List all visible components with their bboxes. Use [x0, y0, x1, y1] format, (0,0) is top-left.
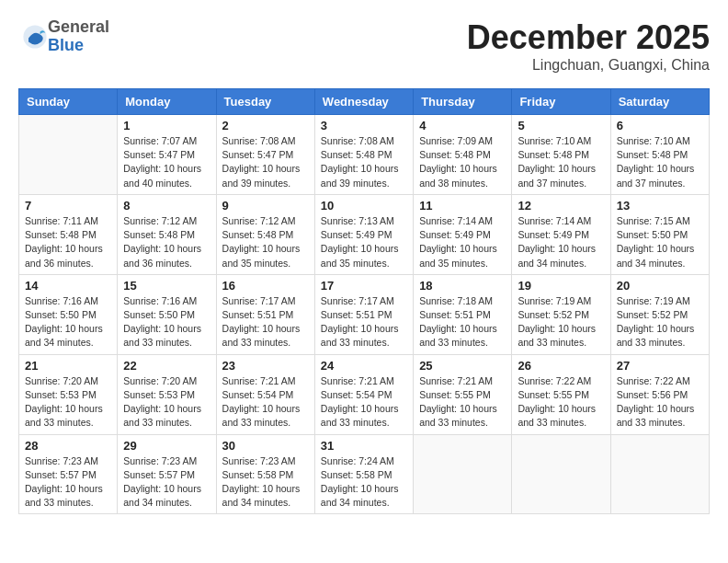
- day-number: 29: [123, 439, 210, 453]
- calendar-cell: 30Sunrise: 7:23 AMSunset: 5:58 PMDayligh…: [216, 434, 314, 514]
- day-number: 9: [222, 199, 309, 213]
- day-number: 11: [419, 199, 506, 213]
- day-number: 19: [518, 279, 604, 293]
- day-number: 18: [419, 279, 506, 293]
- day-info: Sunrise: 7:14 AMSunset: 5:49 PMDaylight:…: [518, 214, 604, 270]
- day-info: Sunrise: 7:08 AMSunset: 5:47 PMDaylight:…: [222, 134, 309, 190]
- calendar-cell: 11Sunrise: 7:14 AMSunset: 5:49 PMDayligh…: [414, 194, 512, 274]
- calendar-cell: 9Sunrise: 7:12 AMSunset: 5:48 PMDaylight…: [216, 194, 314, 274]
- day-info: Sunrise: 7:15 AMSunset: 5:50 PMDaylight:…: [617, 214, 703, 270]
- day-number: 14: [25, 279, 111, 293]
- day-info: Sunrise: 7:14 AMSunset: 5:49 PMDaylight:…: [419, 214, 506, 270]
- calendar-cell: 14Sunrise: 7:16 AMSunset: 5:50 PMDayligh…: [19, 274, 118, 354]
- day-info: Sunrise: 7:21 AMSunset: 5:54 PMDaylight:…: [222, 374, 309, 431]
- day-info: Sunrise: 7:20 AMSunset: 5:53 PMDaylight:…: [25, 374, 111, 431]
- day-number: 15: [123, 279, 210, 293]
- day-number: 17: [321, 279, 407, 293]
- calendar-cell: 3Sunrise: 7:08 AMSunset: 5:48 PMDaylight…: [314, 115, 413, 195]
- logo-general: General: [48, 18, 109, 37]
- calendar-week-row: 7Sunrise: 7:11 AMSunset: 5:48 PMDaylight…: [19, 194, 710, 274]
- calendar-cell: 18Sunrise: 7:18 AMSunset: 5:51 PMDayligh…: [414, 274, 512, 354]
- calendar-cell: 17Sunrise: 7:17 AMSunset: 5:51 PMDayligh…: [314, 274, 413, 354]
- day-number: 21: [25, 359, 111, 373]
- calendar-day-header: Thursday: [414, 89, 512, 115]
- title-section: December 2025 Lingchuan, Guangxi, China: [467, 18, 710, 74]
- calendar-cell: 27Sunrise: 7:22 AMSunset: 5:56 PMDayligh…: [610, 354, 709, 434]
- calendar-cell: 2Sunrise: 7:08 AMSunset: 5:47 PMDaylight…: [216, 115, 314, 195]
- calendar-cell: 5Sunrise: 7:10 AMSunset: 5:48 PMDaylight…: [512, 115, 610, 195]
- day-number: 4: [419, 119, 506, 132]
- day-number: 30: [222, 439, 309, 453]
- day-number: 12: [518, 199, 604, 213]
- day-info: Sunrise: 7:16 AMSunset: 5:50 PMDaylight:…: [123, 294, 210, 350]
- location-subtitle: Lingchuan, Guangxi, China: [467, 57, 710, 74]
- day-info: Sunrise: 7:11 AMSunset: 5:48 PMDaylight:…: [25, 214, 111, 270]
- day-number: 22: [123, 359, 210, 373]
- day-info: Sunrise: 7:10 AMSunset: 5:48 PMDaylight:…: [518, 134, 604, 190]
- calendar-header-row: SundayMondayTuesdayWednesdayThursdayFrid…: [19, 89, 710, 115]
- calendar-week-row: 21Sunrise: 7:20 AMSunset: 5:53 PMDayligh…: [19, 354, 710, 434]
- calendar-week-row: 14Sunrise: 7:16 AMSunset: 5:50 PMDayligh…: [19, 274, 710, 354]
- day-info: Sunrise: 7:19 AMSunset: 5:52 PMDaylight:…: [617, 294, 703, 350]
- calendar-cell: 4Sunrise: 7:09 AMSunset: 5:48 PMDaylight…: [414, 115, 512, 195]
- logo-text: General Blue: [48, 18, 109, 55]
- day-info: Sunrise: 7:08 AMSunset: 5:48 PMDaylight:…: [321, 134, 407, 190]
- calendar-day-header: Monday: [118, 89, 216, 115]
- day-number: 16: [222, 279, 309, 293]
- calendar-cell: 1Sunrise: 7:07 AMSunset: 5:47 PMDaylight…: [118, 115, 216, 195]
- day-info: Sunrise: 7:23 AMSunset: 5:58 PMDaylight:…: [222, 454, 309, 511]
- day-info: Sunrise: 7:10 AMSunset: 5:48 PMDaylight:…: [617, 134, 703, 190]
- day-info: Sunrise: 7:12 AMSunset: 5:48 PMDaylight:…: [123, 214, 210, 270]
- logo: General Blue: [18, 18, 109, 55]
- day-info: Sunrise: 7:07 AMSunset: 5:47 PMDaylight:…: [123, 134, 210, 190]
- month-year-title: December 2025: [467, 18, 710, 57]
- calendar-cell: 8Sunrise: 7:12 AMSunset: 5:48 PMDaylight…: [118, 194, 216, 274]
- calendar-cell: 22Sunrise: 7:20 AMSunset: 5:53 PMDayligh…: [118, 354, 216, 434]
- calendar-cell: 29Sunrise: 7:23 AMSunset: 5:57 PMDayligh…: [118, 434, 216, 514]
- calendar-week-row: 1Sunrise: 7:07 AMSunset: 5:47 PMDaylight…: [19, 115, 710, 195]
- calendar-cell: 26Sunrise: 7:22 AMSunset: 5:55 PMDayligh…: [512, 354, 610, 434]
- calendar-cell: 21Sunrise: 7:20 AMSunset: 5:53 PMDayligh…: [19, 354, 118, 434]
- day-number: 13: [617, 199, 703, 213]
- calendar-day-header: Tuesday: [216, 89, 314, 115]
- day-number: 8: [123, 199, 210, 213]
- day-number: 25: [419, 359, 506, 373]
- day-info: Sunrise: 7:17 AMSunset: 5:51 PMDaylight:…: [321, 294, 407, 350]
- day-info: Sunrise: 7:23 AMSunset: 5:57 PMDaylight:…: [25, 454, 111, 511]
- day-number: 7: [25, 199, 111, 213]
- day-number: 26: [518, 359, 604, 373]
- day-number: 27: [617, 359, 703, 373]
- day-info: Sunrise: 7:22 AMSunset: 5:56 PMDaylight:…: [617, 374, 703, 431]
- calendar-week-row: 28Sunrise: 7:23 AMSunset: 5:57 PMDayligh…: [19, 434, 710, 514]
- calendar-cell: 31Sunrise: 7:24 AMSunset: 5:58 PMDayligh…: [314, 434, 413, 514]
- calendar-table: SundayMondayTuesdayWednesdayThursdayFrid…: [18, 88, 710, 514]
- day-info: Sunrise: 7:21 AMSunset: 5:55 PMDaylight:…: [419, 374, 506, 431]
- calendar-cell: 16Sunrise: 7:17 AMSunset: 5:51 PMDayligh…: [216, 274, 314, 354]
- day-number: 1: [123, 119, 210, 132]
- calendar-cell: 13Sunrise: 7:15 AMSunset: 5:50 PMDayligh…: [610, 194, 709, 274]
- day-info: Sunrise: 7:18 AMSunset: 5:51 PMDaylight:…: [419, 294, 506, 350]
- day-number: 28: [25, 439, 111, 453]
- day-number: 2: [222, 119, 309, 132]
- day-number: 5: [518, 119, 604, 132]
- day-info: Sunrise: 7:23 AMSunset: 5:57 PMDaylight:…: [123, 454, 210, 511]
- calendar-day-header: Friday: [512, 89, 610, 115]
- day-info: Sunrise: 7:19 AMSunset: 5:52 PMDaylight:…: [518, 294, 604, 350]
- calendar-cell: 10Sunrise: 7:13 AMSunset: 5:49 PMDayligh…: [314, 194, 413, 274]
- calendar-cell: 7Sunrise: 7:11 AMSunset: 5:48 PMDaylight…: [19, 194, 118, 274]
- logo-blue: Blue: [48, 37, 109, 55]
- logo-icon: [22, 24, 48, 50]
- day-info: Sunrise: 7:21 AMSunset: 5:54 PMDaylight:…: [321, 374, 407, 431]
- calendar-cell: 28Sunrise: 7:23 AMSunset: 5:57 PMDayligh…: [19, 434, 118, 514]
- day-info: Sunrise: 7:17 AMSunset: 5:51 PMDaylight:…: [222, 294, 309, 350]
- calendar-cell: [19, 115, 118, 195]
- calendar-day-header: Wednesday: [314, 89, 413, 115]
- calendar-day-header: Saturday: [610, 89, 709, 115]
- day-number: 6: [617, 119, 703, 132]
- calendar-cell: 25Sunrise: 7:21 AMSunset: 5:55 PMDayligh…: [414, 354, 512, 434]
- day-number: 3: [321, 119, 407, 132]
- day-info: Sunrise: 7:22 AMSunset: 5:55 PMDaylight:…: [518, 374, 604, 431]
- calendar-cell: 12Sunrise: 7:14 AMSunset: 5:49 PMDayligh…: [512, 194, 610, 274]
- day-info: Sunrise: 7:16 AMSunset: 5:50 PMDaylight:…: [25, 294, 111, 350]
- day-number: 31: [321, 439, 407, 453]
